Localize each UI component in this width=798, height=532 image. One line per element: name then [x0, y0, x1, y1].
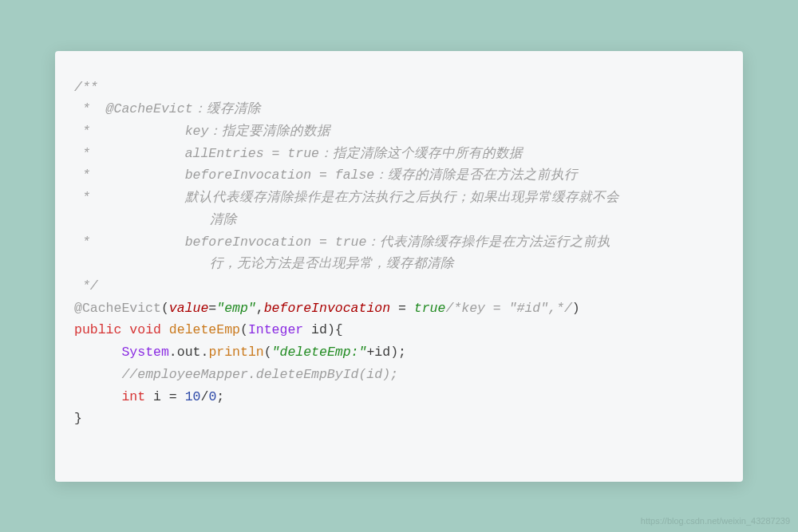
- comment-line: * key：指定要清除的数据: [74, 124, 330, 139]
- code-card: /** * @CacheEvict：缓存清除 * key：指定要清除的数据 * …: [55, 51, 743, 482]
- comment-line: * 默认代表缓存清除操作是在方法执行之后执行；如果出现异常缓存就不会: [74, 190, 619, 205]
- paren: (: [264, 345, 272, 360]
- space: [161, 322, 169, 337]
- var: i: [153, 389, 169, 404]
- op: /: [200, 389, 208, 404]
- indent: [74, 345, 121, 360]
- semi: ;: [216, 389, 224, 404]
- var-ref: id: [374, 345, 390, 360]
- param: id: [311, 322, 327, 337]
- eq: =: [398, 301, 414, 316]
- class-ref: System: [121, 345, 168, 360]
- number: 0: [208, 389, 216, 404]
- comment-line: * allEntries = true：指定清除这个缓存中所有的数据: [74, 146, 523, 161]
- op: +: [366, 345, 374, 360]
- annotation: @CacheEvict: [74, 301, 161, 316]
- comment-line: * @CacheEvict：缓存清除: [74, 101, 261, 116]
- field: out: [177, 345, 201, 360]
- indent: [74, 389, 121, 404]
- space: [145, 389, 153, 404]
- method-name: deleteEmp: [169, 322, 240, 337]
- dot: .: [169, 345, 177, 360]
- bool: true: [414, 301, 446, 316]
- watermark: https://blog.csdn.net/weixin_43287239: [641, 516, 790, 526]
- attr-key: value: [169, 301, 209, 316]
- type: Integer: [248, 322, 303, 337]
- space: [303, 322, 311, 337]
- eq: =: [208, 301, 216, 316]
- paren: (: [161, 301, 169, 316]
- paren-brace: ){: [327, 322, 343, 337]
- eq: =: [169, 389, 185, 404]
- comment-line: /**: [74, 80, 98, 95]
- comment-line: */: [74, 278, 98, 294]
- string: "emp": [216, 301, 256, 316]
- comma: ,: [256, 301, 264, 316]
- paren: ): [572, 301, 580, 316]
- comment-line-cont: 清除: [74, 209, 724, 231]
- brace-close: }: [74, 411, 82, 426]
- comment-line-cont: 行，无论方法是否出现异常，缓存都清除: [74, 253, 724, 275]
- inline-comment: /*key = "#id",*/: [445, 301, 571, 316]
- paren: );: [390, 345, 406, 360]
- line-comment: //employeeMapper.deleteEmpById(id);: [74, 367, 398, 382]
- string: "deleteEmp:": [272, 345, 367, 360]
- keyword: public: [74, 322, 121, 337]
- attr-key: beforeInvocation: [264, 301, 398, 316]
- keyword: int: [121, 389, 145, 404]
- comment-line: * beforeInvocation = true：代表清除缓存操作是在方法运行…: [74, 234, 610, 250]
- paren: (: [240, 322, 248, 337]
- number: 10: [185, 389, 201, 404]
- space: [121, 322, 129, 337]
- method-call: println: [208, 345, 263, 360]
- code-block: /** * @CacheEvict：缓存清除 * key：指定要清除的数据 * …: [74, 77, 724, 431]
- keyword: void: [129, 322, 161, 337]
- comment-line: * beforeInvocation = false：缓存的清除是否在方法之前执…: [74, 167, 578, 183]
- dot: .: [200, 345, 208, 360]
